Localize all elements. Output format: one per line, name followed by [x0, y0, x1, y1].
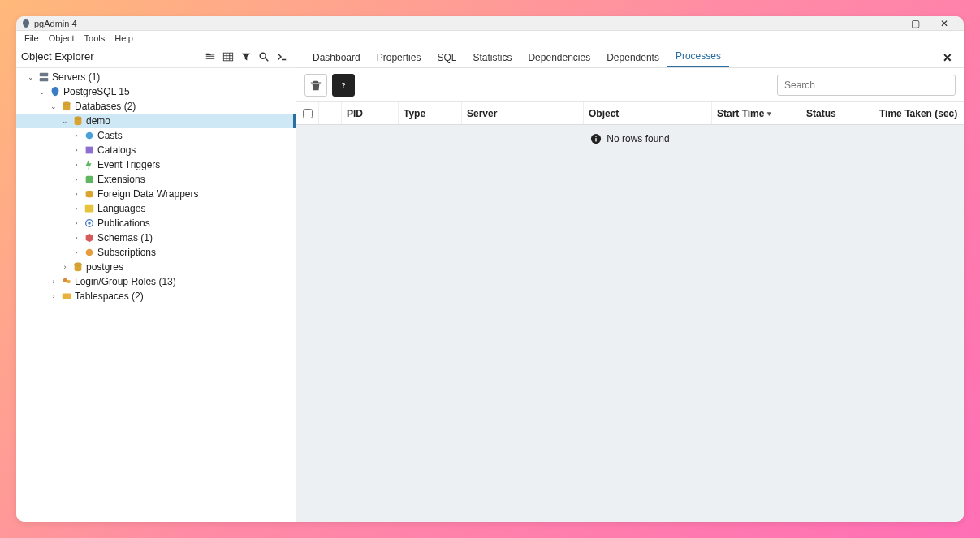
tree-row[interactable]: ›Casts [16, 128, 296, 143]
catalogs-icon [84, 144, 95, 156]
tree-row[interactable]: ›Extensions [16, 172, 296, 187]
view-data-icon[interactable] [219, 48, 237, 66]
app-icon [21, 19, 31, 28]
tree-label: Schemas (1) [97, 232, 153, 243]
search-objects-icon[interactable] [255, 48, 273, 66]
tab-statistics[interactable]: Statistics [464, 47, 520, 67]
help-button[interactable]: ? [332, 74, 355, 97]
col-checkbox[interactable] [296, 102, 319, 124]
languages-icon [84, 203, 95, 214]
tree-label: Casts [97, 130, 123, 141]
svg-rect-3 [40, 78, 49, 81]
col-start-time[interactable]: Start Time ▾ [712, 102, 801, 124]
table-header: PID Type Server Object Start Time ▾ Stat… [296, 102, 964, 125]
extensions-icon [84, 174, 95, 185]
chevron-right-icon[interactable]: › [60, 263, 70, 271]
chevron-down-icon[interactable]: ⌄ [37, 88, 47, 96]
psql-terminal-icon[interactable] [273, 48, 291, 66]
chevron-down-icon[interactable]: ⌄ [49, 102, 58, 110]
menu-tools[interactable]: Tools [80, 33, 110, 43]
svg-rect-2 [40, 73, 49, 76]
chevron-down-icon: ▾ [767, 110, 771, 118]
svg-rect-20 [63, 294, 71, 299]
svg-point-8 [86, 132, 93, 140]
casts-icon [84, 130, 95, 141]
tab-processes[interactable]: Processes [667, 45, 729, 67]
tab-dependents[interactable]: Dependents [598, 47, 667, 67]
chevron-right-icon[interactable]: › [49, 292, 58, 300]
delete-button[interactable] [304, 74, 327, 97]
menu-object[interactable]: Object [44, 33, 80, 43]
object-explorer-header: Object Explorer [16, 45, 296, 68]
col-pid[interactable]: PID [342, 102, 399, 124]
close-panel-icon[interactable]: ✕ [939, 48, 956, 67]
app-window: pgAdmin 4 — ▢ ✕ File Object Tools Help O… [16, 16, 964, 522]
tree-row[interactable]: ›Subscriptions [16, 245, 296, 260]
tree-label: Publications [97, 217, 150, 229]
tree-row[interactable]: ⌄PostgreSQL 15 [16, 84, 296, 99]
select-all-checkbox[interactable] [303, 109, 313, 118]
svg-point-14 [88, 222, 91, 225]
tab-dependencies[interactable]: Dependencies [520, 47, 598, 67]
tree-label: Login/Group Roles (13) [75, 276, 176, 287]
svg-rect-9 [86, 147, 93, 154]
tree-row[interactable]: ›Foreign Data Wrappers [16, 187, 296, 201]
col-type[interactable]: Type [399, 102, 462, 124]
menu-help[interactable]: Help [110, 33, 138, 43]
info-icon [590, 133, 602, 144]
tree-label: Databases (2) [75, 101, 136, 112]
col-server[interactable]: Server [462, 102, 584, 124]
tree-row[interactable]: ›Schemas (1) [16, 230, 296, 245]
tree-row[interactable]: ›Event Triggers [16, 157, 296, 172]
chevron-right-icon[interactable]: › [71, 204, 81, 213]
publications-icon [84, 217, 95, 229]
chevron-right-icon[interactable]: › [49, 278, 58, 286]
chevron-right-icon[interactable]: › [71, 161, 81, 169]
chevron-right-icon[interactable]: › [71, 234, 81, 242]
tree-row[interactable]: ›Publications [16, 216, 296, 230]
db-icon [72, 261, 84, 273]
chevron-down-icon[interactable]: ⌄ [60, 117, 70, 125]
tree-row[interactable]: ⌄Databases (2) [16, 99, 296, 114]
tree-row[interactable]: ⌄Servers (1) [16, 70, 296, 84]
tree-row[interactable]: ›Tablespaces (2) [16, 289, 296, 303]
minimize-button[interactable]: — [871, 18, 900, 29]
chevron-down-icon[interactable]: ⌄ [26, 73, 36, 81]
object-explorer-title: Object Explorer [21, 50, 201, 62]
col-time-taken[interactable]: Time Taken (sec) [874, 102, 964, 124]
tree-row[interactable]: ⌄demo [16, 114, 296, 128]
close-window-button[interactable]: ✕ [930, 18, 959, 29]
table-empty-row: No rows found [296, 125, 964, 153]
pg-icon [50, 86, 61, 97]
filter-icon[interactable] [237, 48, 255, 66]
servers-icon [38, 71, 50, 83]
tree-row[interactable]: ›Login/Group Roles (13) [16, 274, 296, 289]
search-input[interactable] [777, 75, 956, 96]
col-object[interactable]: Object [584, 102, 712, 124]
processes-table: PID Type Server Object Start Time ▾ Stat… [296, 102, 964, 522]
tab-dashboard[interactable]: Dashboard [304, 47, 369, 67]
tree-row[interactable]: ›postgres [16, 260, 296, 274]
tab-properties[interactable]: Properties [369, 47, 430, 67]
chevron-right-icon[interactable]: › [71, 146, 81, 154]
maximize-button[interactable]: ▢ [900, 18, 930, 29]
db-group-icon [61, 101, 72, 112]
roles-icon [61, 276, 72, 287]
tree-label: PostgreSQL 15 [63, 86, 130, 97]
query-tool-icon[interactable] [201, 48, 219, 66]
chevron-right-icon[interactable]: › [71, 190, 81, 198]
object-explorer-tree[interactable]: ⌄Servers (1)⌄PostgreSQL 15⌄Databases (2)… [16, 68, 296, 522]
tree-row[interactable]: ›Languages [16, 201, 296, 216]
chevron-right-icon[interactable]: › [71, 175, 81, 183]
menu-file[interactable]: File [19, 33, 44, 43]
tree-label: demo [86, 115, 110, 127]
col-status[interactable]: Status [801, 102, 874, 124]
db-icon [72, 115, 84, 127]
chevron-right-icon[interactable]: › [71, 248, 81, 256]
svg-text:?: ? [341, 80, 345, 88]
tab-sql[interactable]: SQL [429, 47, 464, 67]
chevron-right-icon[interactable]: › [71, 131, 81, 140]
chevron-right-icon[interactable]: › [71, 219, 81, 227]
tree-row[interactable]: ›Catalogs [16, 143, 296, 157]
schemas-icon [84, 232, 95, 243]
